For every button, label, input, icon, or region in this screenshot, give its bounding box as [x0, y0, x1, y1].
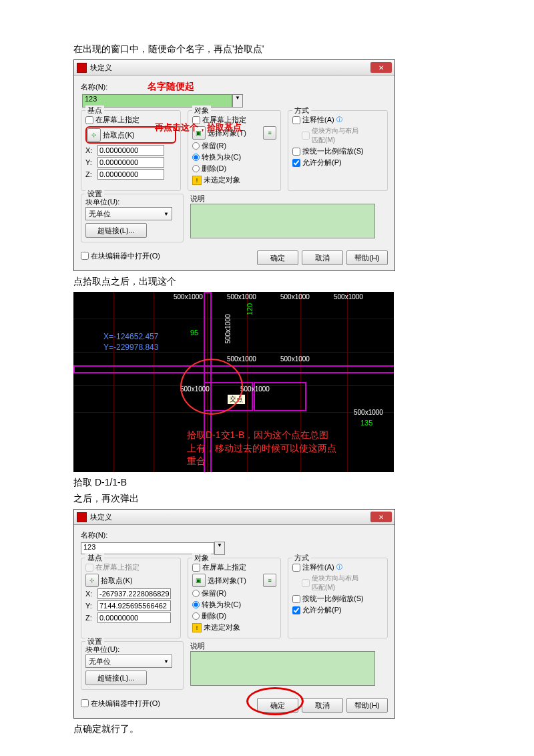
filter-icon[interactable]: ≡ [263, 126, 276, 140]
pickpoint-button[interactable]: 拾取点(K) [103, 130, 135, 140]
x-input[interactable] [97, 145, 164, 156]
dialog-title: 块定义 [90, 512, 370, 522]
g-label-135: 135 [360, 419, 372, 427]
group-title-settings: 设置 [85, 636, 104, 646]
dim-label: 500x1000 [280, 355, 310, 363]
select-object-button[interactable]: 选择对象(T) [208, 576, 246, 586]
cad-screenshot: 500x1000 500x1000 500x1000 500x1000 500x… [73, 292, 394, 472]
open-editor-checkbox[interactable]: 在块编辑器中打开(O) [81, 699, 160, 709]
uniform-checkbox[interactable]: 按统一比例缩放(S) [292, 146, 383, 156]
description-group: 说明 [190, 194, 377, 242]
x-input[interactable] [97, 588, 171, 599]
mid-text-2b: 之后，再次弹出 [73, 492, 461, 506]
dim-label: 500x1000 [224, 315, 232, 344]
desc-label: 说明 [190, 641, 377, 651]
titlebar[interactable]: 块定义 ✕ [74, 60, 394, 75]
pickpoint-icon[interactable]: ⊹ [87, 128, 101, 142]
description-textarea[interactable] [190, 651, 375, 686]
dim-label: 500x1000 [227, 293, 256, 301]
mid-text-2a: 拾取 D-1/1-B [73, 476, 461, 490]
group-title-base: 基点 [85, 553, 104, 563]
orient-checkbox: 使块方向与布局 匹配(M) [302, 574, 383, 592]
cancel-button[interactable]: 取消 [302, 698, 343, 713]
coord-y: Y=-229978.843 [103, 343, 158, 352]
close-icon[interactable]: ✕ [370, 512, 392, 522]
intro-text: 在出现的窗口中，随便命个名字，再点'拾取点' [73, 42, 461, 56]
titlebar[interactable]: 块定义 ✕ [74, 510, 394, 525]
mode-group: 方式 注释性(A)ⓘ 使块方向与布局 匹配(M) 按统一比例缩放(S) 允许分解… [288, 558, 388, 638]
hyperlink-button[interactable]: 超链接(L)... [85, 671, 147, 685]
red-annotation-text: 拾取D-1交1-B，因为这个点在总图 上有，移动过去的时候可以使这两点 重合 [187, 429, 336, 468]
convert-radio[interactable]: 转换为块(C) [192, 152, 276, 162]
retain-radio[interactable]: 保留(R) [192, 141, 276, 151]
explode-checkbox[interactable]: 允许分解(P) [292, 158, 383, 168]
dropdown-arrow-icon[interactable]: ▼ [214, 542, 225, 555]
group-title-base: 基点 [85, 106, 104, 116]
object-group: 对象 在屏幕上指定 ▣选择对象(T)≡ 保留(R) 转换为块(C) 删除(D) … [188, 110, 281, 191]
dim-label: 500x1000 [174, 293, 203, 301]
annotation-click: 再点击这个，拾取基点 [155, 122, 242, 134]
onscreen-checkbox-2[interactable]: 在屏幕上指定 [192, 562, 276, 572]
end-text: 点确定就行了。 [73, 722, 461, 736]
block-define-dialog-2: 块定义 ✕ 名称(N): 123 ▼ 基点 在屏幕上指定 ⊹拾取点(K) X: … [73, 509, 395, 719]
dim-label: 500x1000 [334, 293, 363, 301]
uniform-checkbox[interactable]: 按统一比例缩放(S) [292, 594, 383, 604]
coord-x: X=-124652.457 [103, 332, 158, 341]
description-group: 说明 [190, 641, 377, 690]
convert-radio[interactable]: 转换为块(C) [192, 600, 276, 610]
pickpoint-icon[interactable]: ⊹ [85, 574, 99, 587]
close-icon[interactable]: ✕ [370, 62, 392, 73]
settings-group: 设置 块单位(U): 无单位▼ 超链接(L)... [81, 194, 184, 242]
hyperlink-button[interactable]: 超链接(L)... [85, 223, 147, 238]
select-icon[interactable]: ▣ [192, 574, 206, 587]
dim-label: 500x1000 [280, 293, 310, 301]
red-oval-annotation [246, 687, 304, 715]
dropdown-arrow-icon[interactable]: ▼ [232, 94, 243, 108]
annotative-checkbox[interactable]: 注释性(A)ⓘ [292, 115, 383, 125]
open-editor-checkbox[interactable]: 在块编辑器中打开(O) [81, 251, 160, 261]
warning-icon: ! [192, 176, 202, 185]
g-label-120: 120 [246, 303, 254, 315]
group-title-mode: 方式 [292, 553, 311, 563]
z-input[interactable] [97, 169, 164, 180]
y-input[interactable] [97, 157, 164, 168]
retain-radio[interactable]: 保留(R) [192, 588, 276, 598]
warning-icon: ! [192, 623, 202, 632]
desc-label: 说明 [190, 194, 377, 204]
explode-checkbox[interactable]: 允许分解(P) [292, 605, 383, 615]
red-circle-annotation [180, 359, 243, 415]
block-define-dialog-1: 块定义 ✕ 名称(N): 名字随便起 123 ▼ 基点 在屏幕上指定 ⊹ 拾取点… [73, 59, 395, 271]
unit-combo[interactable]: 无单位▼ [85, 654, 172, 668]
noobj-text: 未选定对象 [204, 175, 240, 185]
description-textarea[interactable] [190, 204, 375, 238]
ok-button[interactable]: 确定 [257, 250, 298, 265]
z-label: Z: [85, 170, 95, 178]
g-label-95: 95 [190, 329, 198, 337]
dim-label: 500x1000 [227, 355, 256, 363]
delete-radio[interactable]: 删除(D) [192, 611, 276, 621]
mid-text-1: 点拾取点之后，出现这个 [73, 274, 461, 289]
group-title-mode: 方式 [292, 106, 311, 116]
pickpoint-button[interactable]: 拾取点(K) [101, 576, 133, 586]
annotative-checkbox[interactable]: 注释性(A)ⓘ [292, 562, 383, 572]
basepoint-group: 基点 在屏幕上指定 ⊹拾取点(K) X: Y: Z: [81, 558, 181, 638]
name-label: 名称(N): [81, 530, 107, 540]
y-input[interactable] [97, 600, 171, 611]
delete-radio[interactable]: 删除(D) [192, 164, 276, 174]
unit-combo[interactable]: 无单位▼ [85, 207, 172, 220]
group-title-obj: 对象 [192, 106, 211, 116]
z-label: Z: [85, 614, 95, 622]
filter-icon[interactable]: ≡ [263, 574, 276, 587]
orient-checkbox: 使块方向与布局 匹配(M) [302, 126, 383, 145]
help-button[interactable]: 帮助(H) [346, 250, 388, 265]
name-label: 名称(N): [81, 82, 107, 92]
cancel-button[interactable]: 取消 [302, 250, 343, 265]
noobj-text: 未选定对象 [204, 622, 240, 632]
z-input[interactable] [97, 612, 171, 623]
dim-label: 500x1000 [240, 385, 270, 393]
object-group: 对象 在屏幕上指定 ▣选择对象(T)≡ 保留(R) 转换为块(C) 删除(D) … [188, 558, 281, 638]
help-button[interactable]: 帮助(H) [346, 698, 388, 713]
y-label: Y: [85, 602, 95, 610]
group-title-obj: 对象 [192, 553, 211, 563]
y-label: Y: [85, 158, 95, 166]
